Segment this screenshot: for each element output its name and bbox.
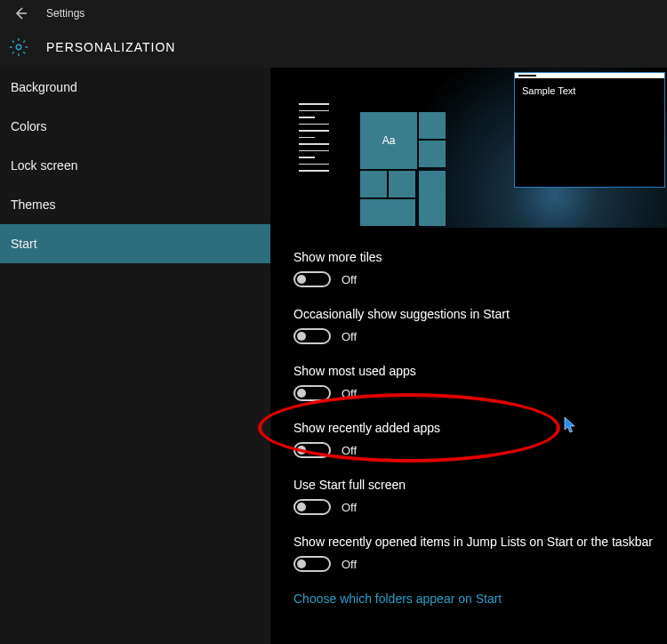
toggle-jump-lists[interactable]: [293, 556, 331, 572]
sidebar-item-lock-screen[interactable]: Lock screen: [0, 146, 270, 185]
preview-app-list-icon: [299, 103, 334, 177]
toggle-state: Off: [342, 501, 357, 514]
start-preview: Aa Sample Text: [293, 68, 667, 228]
sidebar-item-background[interactable]: Background: [0, 68, 270, 107]
preview-tile: [389, 171, 415, 197]
setting-label: Show most used apps: [293, 364, 667, 378]
app-title: Settings: [46, 7, 84, 20]
preview-tiles: Aa: [360, 112, 460, 169]
setting-label: Show recently added apps: [293, 421, 667, 435]
preview-tile: [360, 171, 387, 197]
choose-folders-link[interactable]: Choose which folders appear on Start: [293, 592, 667, 606]
setting-show-recently-added: Show recently added apps Off: [293, 421, 667, 458]
toggle-state: Off: [342, 444, 357, 457]
header: PERSONALIZATION: [0, 27, 667, 68]
setting-label: Show more tiles: [293, 250, 667, 264]
preview-tile: [419, 171, 446, 226]
preview-sample-window: Sample Text: [514, 72, 665, 188]
setting-label: Use Start full screen: [293, 478, 667, 492]
back-arrow-icon: [13, 6, 28, 20]
preview-sample-text: Sample Text: [515, 78, 664, 103]
preview-tile: [360, 199, 415, 226]
toggle-state: Off: [342, 558, 357, 571]
toggle-state: Off: [342, 387, 357, 400]
setting-show-suggestions: Occasionally show suggestions in Start O…: [293, 307, 667, 344]
toggle-show-most-used[interactable]: [293, 385, 331, 401]
setting-label: Show recently opened items in Jump Lists…: [293, 535, 667, 549]
setting-show-more-tiles: Show more tiles Off: [293, 250, 667, 287]
setting-jump-lists: Show recently opened items in Jump Lists…: [293, 535, 667, 572]
main: Background Colors Lock screen Themes Sta…: [0, 68, 667, 644]
setting-label: Occasionally show suggestions in Start: [293, 307, 667, 321]
sidebar: Background Colors Lock screen Themes Sta…: [0, 68, 270, 644]
setting-show-most-used: Show most used apps Off: [293, 364, 667, 401]
toggle-show-more-tiles[interactable]: [293, 271, 331, 287]
preview-tile: [419, 141, 446, 167]
toggle-show-suggestions[interactable]: [293, 328, 331, 344]
toggle-state: Off: [342, 273, 357, 286]
toggle-state: Off: [342, 330, 357, 343]
sidebar-item-start[interactable]: Start: [0, 224, 270, 263]
toggle-full-screen[interactable]: [293, 499, 331, 515]
preview-tile: [419, 112, 446, 139]
toggle-show-recently-added[interactable]: [293, 442, 331, 458]
content-pane: Aa Sample Text Show more tiles Off Occas…: [270, 68, 667, 644]
svg-point-0: [16, 44, 21, 50]
preview-tile-large: Aa: [360, 112, 417, 169]
setting-full-screen: Use Start full screen Off: [293, 478, 667, 515]
gear-icon: [9, 37, 28, 57]
back-button[interactable]: [7, 0, 34, 27]
titlebar: Settings: [0, 0, 667, 27]
sidebar-item-themes[interactable]: Themes: [0, 185, 270, 224]
sidebar-item-colors[interactable]: Colors: [0, 107, 270, 146]
page-title: PERSONALIZATION: [46, 40, 175, 54]
